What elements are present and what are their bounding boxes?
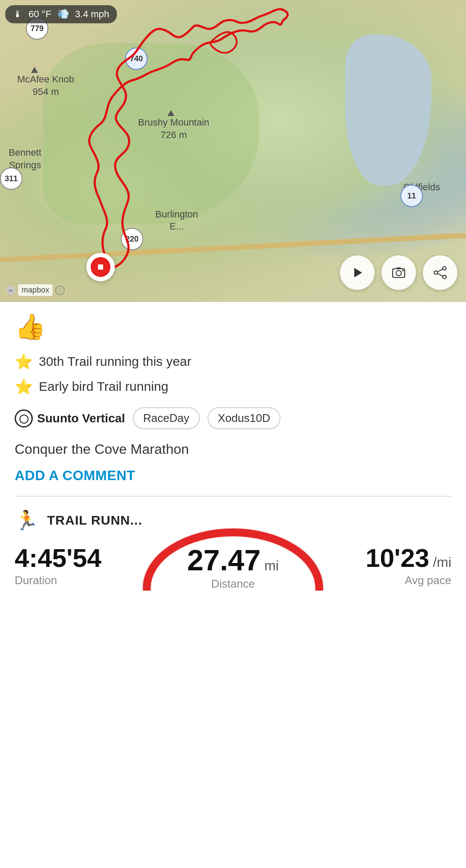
like-button[interactable]: 👍 bbox=[15, 314, 46, 339]
thumbs-up-icon: 👍 bbox=[15, 312, 46, 340]
trail-run-icon: 🏃 bbox=[15, 509, 38, 531]
svg-text:m: m bbox=[9, 288, 13, 293]
device-name: Suunto Vertical bbox=[37, 412, 125, 425]
activity-title: Conquer the Cove Marathon bbox=[15, 441, 451, 457]
svg-text:i: i bbox=[60, 287, 61, 293]
svg-rect-4 bbox=[397, 267, 401, 269]
duration-value: 4:45'54 bbox=[15, 544, 101, 572]
camera-icon bbox=[391, 265, 406, 280]
info-icon: i bbox=[55, 286, 65, 295]
add-comment-button[interactable]: ADD A COMMENT bbox=[15, 468, 135, 484]
avgpace-label: Avg pace bbox=[306, 574, 451, 587]
star-icon-1: ⭐ bbox=[15, 353, 33, 370]
distance-value-display: 27.47 mi bbox=[160, 545, 305, 575]
screenshot-button[interactable] bbox=[381, 255, 416, 290]
share-icon bbox=[433, 265, 447, 280]
achievement-item-2: ⭐ Early bird Trail running bbox=[15, 378, 451, 395]
distance-unit: mi bbox=[264, 558, 279, 573]
tag-xodus10d[interactable]: Xodus10D bbox=[208, 407, 280, 429]
map-section: McAfee Knob954 m Brushy Mountain726 m Be… bbox=[0, 0, 466, 302]
record-inner bbox=[91, 257, 110, 277]
record-button[interactable] bbox=[86, 253, 115, 281]
map-actions bbox=[340, 255, 457, 290]
avgpace-unit: /mi bbox=[433, 554, 451, 570]
avgpace-stat: 10'23 /mi Avg pace bbox=[306, 545, 451, 587]
achievement-item-1: ⭐ 30th Trail running this year bbox=[15, 353, 451, 370]
device-item: ◯ Suunto Vertical bbox=[15, 409, 125, 428]
duration-value-display: 4:45'54 bbox=[15, 545, 160, 571]
play-icon bbox=[350, 265, 365, 280]
mapbox-logo-icon: m bbox=[6, 286, 16, 295]
achievements-list: ⭐ 30th Trail running this year ⭐ Early b… bbox=[15, 353, 451, 395]
stats-section: 🏃 TRAIL RUNN... 4:45'54 Duration 27.47 m… bbox=[0, 497, 466, 591]
mapbox-label: mapbox bbox=[18, 284, 53, 296]
stats-title: TRAIL RUNN... bbox=[47, 513, 142, 528]
play-button[interactable] bbox=[340, 255, 375, 290]
duration-stat: 4:45'54 Duration bbox=[15, 545, 160, 587]
svg-point-3 bbox=[396, 270, 401, 276]
record-stop-icon bbox=[96, 262, 105, 272]
stats-grid: 4:45'54 Duration 27.47 mi Distance 10'23… bbox=[15, 545, 451, 591]
wind-icon: 💨 bbox=[57, 9, 69, 20]
temperature-value: 60 °F bbox=[28, 9, 51, 20]
achievement-text-1: 30th Trail running this year bbox=[39, 354, 192, 369]
svg-point-8 bbox=[443, 275, 446, 279]
svg-point-6 bbox=[443, 267, 446, 270]
svg-rect-0 bbox=[98, 264, 103, 270]
svg-line-9 bbox=[438, 269, 443, 272]
star-icon-2: ⭐ bbox=[15, 378, 33, 395]
svg-marker-1 bbox=[354, 268, 362, 277]
tag-raceday[interactable]: RaceDay bbox=[133, 407, 200, 429]
avgpace-value-display: 10'23 /mi bbox=[306, 545, 451, 571]
svg-point-5 bbox=[402, 270, 404, 271]
device-icon: ◯ bbox=[15, 409, 33, 428]
tags-row: ◯ Suunto Vertical RaceDay Xodus10D bbox=[15, 407, 451, 429]
avgpace-value: 10'23 bbox=[365, 544, 429, 572]
distance-label: Distance bbox=[160, 577, 305, 591]
svg-line-10 bbox=[438, 274, 443, 276]
map-attribution: m mapbox i bbox=[6, 284, 65, 296]
duration-label: Duration bbox=[15, 574, 160, 587]
svg-point-7 bbox=[434, 271, 438, 274]
stats-header: 🏃 TRAIL RUNN... bbox=[15, 509, 451, 531]
achievement-text-2: Early bird Trail running bbox=[39, 379, 168, 394]
like-area: 👍 bbox=[15, 314, 451, 339]
share-button[interactable] bbox=[423, 255, 457, 290]
temperature-icon: 🌡 bbox=[13, 9, 22, 20]
weather-overlay: 🌡 60 °F 💨 3.4 mph bbox=[5, 5, 117, 23]
content-section: 👍 ⭐ 30th Trail running this year ⭐ Early… bbox=[0, 302, 466, 497]
distance-value: 27.47 bbox=[187, 544, 261, 576]
distance-stat: 27.47 mi Distance bbox=[160, 545, 305, 591]
wind-value: 3.4 mph bbox=[75, 9, 110, 20]
